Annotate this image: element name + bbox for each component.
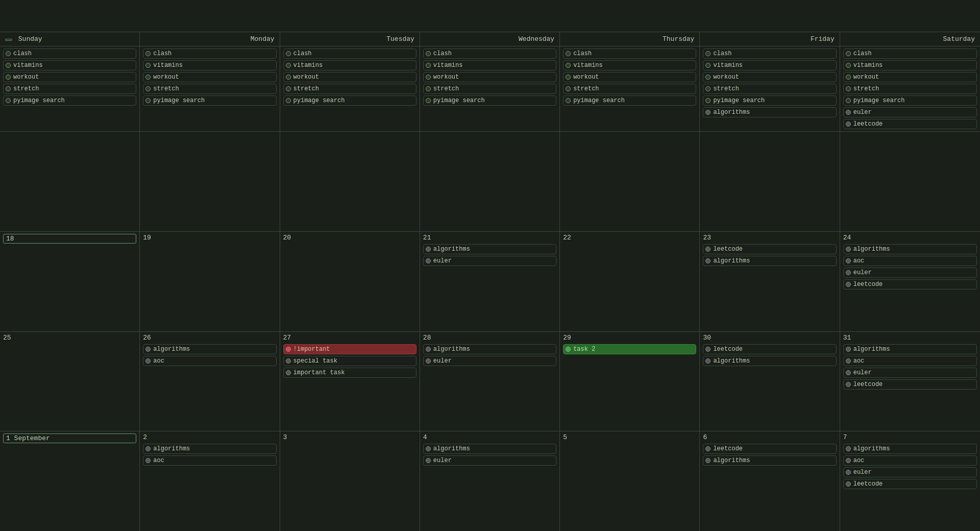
task-dot — [426, 247, 431, 252]
task-label: euler — [853, 269, 872, 276]
daily-cell-tuesday: clashvitaminsworkoutstretchpyimage searc… — [280, 46, 420, 131]
task-dot — [846, 458, 851, 463]
task-item[interactable]: stretch — [143, 84, 276, 94]
task-item[interactable]: algorithms — [423, 444, 556, 454]
task-item[interactable]: pyimage search — [3, 95, 136, 106]
task-dot — [846, 258, 851, 263]
task-item[interactable]: aoc — [843, 256, 977, 266]
task-item[interactable]: euler — [843, 368, 977, 378]
task-label: workout — [293, 74, 319, 81]
task-item[interactable]: leetcode — [843, 379, 977, 390]
task-item[interactable]: clash — [143, 49, 276, 59]
task-item[interactable]: important task — [283, 368, 416, 378]
task-dot — [6, 51, 11, 56]
task-item[interactable]: algorithms — [143, 344, 276, 354]
task-item[interactable]: !important — [283, 344, 416, 354]
task-item[interactable]: algorithms — [423, 344, 556, 354]
task-item[interactable]: workout — [563, 72, 696, 82]
task-item[interactable]: algorithms — [703, 455, 836, 466]
task-item[interactable]: leetcode — [703, 444, 836, 454]
task-dot — [846, 358, 851, 364]
task-item[interactable]: clash — [423, 49, 556, 59]
task-label: important task — [293, 369, 345, 376]
task-item[interactable]: vitamins — [283, 60, 416, 70]
task-item[interactable]: vitamins — [3, 60, 136, 70]
task-item[interactable]: euler — [843, 467, 977, 477]
task-item[interactable]: vitamins — [423, 60, 556, 70]
task-label: euler — [853, 369, 872, 376]
task-label: pyimage search — [713, 97, 765, 104]
task-item[interactable]: stretch — [563, 84, 696, 94]
header-tuesday: Tuesday — [280, 32, 420, 46]
day-number: 5 — [563, 433, 696, 441]
task-dot — [6, 86, 11, 91]
sunday-label: Sunday — [18, 35, 42, 43]
task-item[interactable]: task 2 — [563, 344, 696, 354]
task-item[interactable]: clash — [283, 49, 416, 59]
task-item[interactable]: workout — [283, 72, 416, 82]
task-item[interactable]: aoc — [843, 455, 977, 466]
task-item[interactable]: pyimage search — [143, 95, 276, 106]
task-item[interactable]: pyimage search — [423, 95, 556, 106]
task-label: euler — [853, 469, 872, 476]
task-dot — [705, 86, 710, 91]
task-item[interactable]: stretch — [843, 84, 977, 94]
task-dot — [426, 347, 431, 352]
app: Sunday Monday Tuesday Wednesday Thursday… — [0, 0, 980, 531]
task-item[interactable]: algorithms — [843, 244, 977, 254]
task-item[interactable]: algorithms — [703, 107, 836, 117]
task-item[interactable]: leetcode — [843, 119, 977, 129]
task-item[interactable]: leetcode — [703, 244, 836, 254]
task-item[interactable]: algorithms — [423, 244, 556, 254]
task-item[interactable]: pyimage search — [703, 95, 836, 106]
task-item[interactable]: euler — [423, 455, 556, 466]
task-item[interactable]: pyimage search — [283, 95, 416, 106]
task-dot — [705, 110, 710, 115]
task-item[interactable]: stretch — [703, 84, 836, 94]
header-sunday: Sunday — [0, 32, 140, 46]
task-item[interactable]: algorithms — [143, 444, 276, 454]
day-number: 23 — [703, 234, 836, 242]
task-item[interactable]: workout — [143, 72, 276, 82]
task-item[interactable]: clash — [843, 49, 977, 59]
task-item[interactable]: stretch — [3, 84, 136, 94]
task-item[interactable]: vitamins — [143, 60, 276, 70]
task-item[interactable]: pyimage search — [843, 95, 977, 106]
task-item[interactable]: leetcode — [843, 479, 977, 489]
task-item[interactable]: workout — [423, 72, 556, 82]
day-number: 21 — [423, 234, 556, 242]
task-dot — [705, 446, 710, 451]
task-item[interactable]: euler — [423, 356, 556, 366]
task-dot — [426, 86, 431, 91]
task-item[interactable]: workout — [3, 72, 136, 82]
task-item[interactable]: stretch — [283, 84, 416, 94]
task-item[interactable]: algorithms — [703, 356, 836, 366]
task-item[interactable]: clash — [3, 49, 136, 59]
task-item[interactable]: euler — [843, 107, 977, 117]
task-item[interactable]: special task — [283, 356, 416, 366]
task-dot — [566, 98, 571, 103]
task-item[interactable]: euler — [843, 268, 977, 278]
task-item[interactable]: vitamins — [843, 60, 977, 70]
task-item[interactable]: euler — [423, 256, 556, 266]
task-item[interactable]: stretch — [423, 84, 556, 94]
task-item[interactable]: pyimage search — [563, 95, 696, 106]
task-item[interactable]: workout — [703, 72, 836, 82]
task-item[interactable]: vitamins — [563, 60, 696, 70]
task-item[interactable]: clash — [563, 49, 696, 59]
task-item[interactable]: aoc — [143, 356, 276, 366]
header-thursday: Thursday — [560, 32, 700, 46]
task-label: special task — [293, 357, 337, 365]
task-item[interactable]: aoc — [843, 356, 977, 366]
task-item[interactable]: algorithms — [703, 256, 836, 266]
task-item[interactable]: vitamins — [703, 60, 836, 70]
task-item[interactable]: workout — [843, 72, 977, 82]
task-item[interactable]: algorithms — [843, 444, 977, 454]
task-item[interactable]: leetcode — [843, 279, 977, 289]
task-item[interactable]: clash — [703, 49, 836, 59]
task-dot — [426, 75, 431, 80]
task-item[interactable]: leetcode — [703, 344, 836, 354]
day-number: 28 — [423, 334, 556, 342]
task-item[interactable]: algorithms — [843, 344, 977, 354]
task-item[interactable]: aoc — [143, 455, 276, 466]
